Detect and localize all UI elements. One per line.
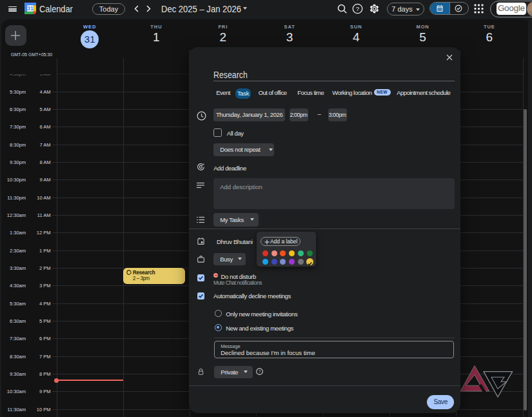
svg-text:?: ? [356,5,359,12]
svg-text:31: 31 [27,5,34,12]
svg-text:?: ? [258,369,261,374]
